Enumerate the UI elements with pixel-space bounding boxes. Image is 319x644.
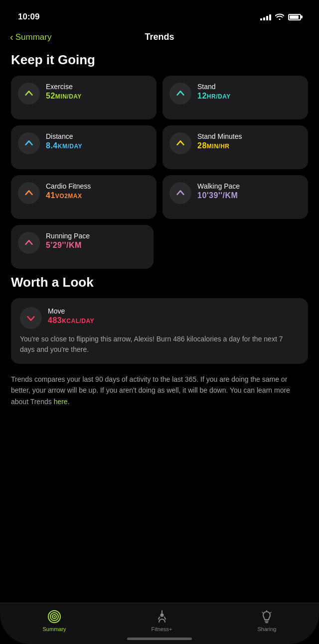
wifi-icon bbox=[275, 13, 284, 21]
home-indicator bbox=[127, 638, 192, 640]
phone-frame: 10:09 ‹ Summary Trends bbox=[0, 0, 319, 644]
status-time: 10:09 bbox=[18, 12, 39, 22]
svg-line-7 bbox=[164, 617, 165, 619]
fitness-plus-tab-icon bbox=[155, 609, 169, 624]
cardio-fitness-card[interactable]: Cardio Fitness 41VO2MAX bbox=[11, 175, 157, 219]
worth-look-title: Worth a Look bbox=[11, 275, 308, 290]
cardio-fitness-name: Cardio Fitness bbox=[46, 182, 91, 190]
running-pace-name: Running Pace bbox=[46, 232, 90, 240]
back-button[interactable]: ‹ Summary bbox=[10, 31, 51, 43]
move-name: Move bbox=[48, 307, 94, 315]
stand-arrow-icon bbox=[169, 83, 191, 105]
tab-summary[interactable]: Summary bbox=[43, 609, 66, 632]
summary-tab-label: Summary bbox=[43, 626, 66, 632]
stand-name: Stand bbox=[197, 83, 231, 91]
battery-icon bbox=[288, 14, 301, 20]
metrics-grid: Exercise 52MIN/DAY Stand 12HR/DAY bbox=[11, 76, 308, 219]
summary-tab-icon bbox=[47, 609, 62, 624]
stand-info: Stand 12HR/DAY bbox=[197, 83, 231, 101]
walking-pace-name: Walking Pace bbox=[197, 182, 240, 190]
svg-line-6 bbox=[159, 617, 160, 619]
distance-name: Distance bbox=[46, 132, 82, 140]
exercise-name: Exercise bbox=[46, 83, 82, 91]
tab-fitness-plus[interactable]: Fitness+ bbox=[152, 609, 172, 632]
page-title: Trends bbox=[145, 32, 174, 42]
main-content: Keep it Going Exercise 52MIN/DAY bbox=[0, 45, 319, 407]
svg-line-12 bbox=[270, 612, 271, 613]
walking-pace-card[interactable]: Walking Pace 10'39''/KM bbox=[162, 175, 308, 219]
distance-info: Distance 8.4KM/DAY bbox=[46, 132, 82, 150]
walking-pace-info: Walking Pace 10'39''/KM bbox=[197, 182, 240, 200]
move-info: Move 483KCAL/DAY bbox=[48, 307, 94, 325]
sharing-tab-icon bbox=[259, 609, 274, 624]
worth-look-section: Worth a Look Move 483KCAL/DAY You're so … bbox=[11, 275, 308, 407]
distance-arrow-icon bbox=[18, 132, 40, 154]
trends-info: Trends compares your last 90 days of act… bbox=[11, 374, 308, 407]
exercise-arrow-icon bbox=[18, 83, 40, 105]
signal-icon bbox=[260, 13, 271, 20]
stand-minutes-info: Stand Minutes 28MIN/HR bbox=[197, 132, 242, 150]
cardio-fitness-info: Cardio Fitness 41VO2MAX bbox=[46, 182, 91, 200]
running-pace-value: 5'29''/KM bbox=[46, 241, 90, 250]
move-arrow-icon bbox=[20, 307, 42, 329]
back-label: Summary bbox=[15, 32, 52, 42]
trends-link[interactable]: here. bbox=[54, 398, 70, 406]
cardio-fitness-value: 41VO2MAX bbox=[46, 191, 91, 200]
keep-going-title: Keep it Going bbox=[11, 52, 308, 68]
exercise-card[interactable]: Exercise 52MIN/DAY bbox=[11, 76, 157, 119]
walking-pace-arrow-icon bbox=[169, 182, 191, 204]
fitness-plus-tab-label: Fitness+ bbox=[152, 626, 172, 632]
move-card[interactable]: Move 483KCAL/DAY You're so close to flip… bbox=[11, 298, 308, 364]
move-value: 483KCAL/DAY bbox=[48, 316, 94, 325]
running-pace-card[interactable]: Running Pace 5'29''/KM bbox=[11, 225, 154, 269]
svg-line-11 bbox=[262, 612, 263, 613]
distance-value: 8.4KM/DAY bbox=[46, 141, 82, 150]
back-chevron-icon: ‹ bbox=[10, 31, 13, 43]
running-pace-single: Running Pace 5'29''/KM bbox=[11, 225, 308, 269]
exercise-value: 52MIN/DAY bbox=[46, 92, 82, 101]
running-pace-arrow-icon bbox=[18, 232, 40, 254]
exercise-info: Exercise 52MIN/DAY bbox=[46, 83, 82, 101]
svg-point-3 bbox=[54, 616, 55, 618]
stand-minutes-card[interactable]: Stand Minutes 28MIN/HR bbox=[162, 125, 308, 169]
status-icons bbox=[260, 13, 301, 21]
nav-header: ‹ Summary Trends bbox=[0, 27, 319, 45]
cardio-fitness-arrow-icon bbox=[18, 182, 40, 204]
distance-card[interactable]: Distance 8.4KM/DAY bbox=[11, 125, 157, 169]
running-pace-info: Running Pace 5'29''/KM bbox=[46, 232, 90, 250]
move-description: You're so close to flipping this arrow, … bbox=[20, 334, 299, 355]
stand-value: 12HR/DAY bbox=[197, 92, 231, 101]
stand-card[interactable]: Stand 12HR/DAY bbox=[162, 76, 308, 119]
stand-minutes-value: 28MIN/HR bbox=[197, 141, 242, 150]
stand-minutes-arrow-icon bbox=[169, 132, 191, 154]
stand-minutes-name: Stand Minutes bbox=[197, 132, 242, 140]
status-bar: 10:09 bbox=[0, 0, 319, 27]
sharing-tab-label: Sharing bbox=[258, 626, 277, 632]
move-card-top: Move 483KCAL/DAY bbox=[20, 307, 299, 329]
tab-sharing[interactable]: Sharing bbox=[258, 609, 277, 632]
walking-pace-value: 10'39''/KM bbox=[197, 191, 240, 200]
